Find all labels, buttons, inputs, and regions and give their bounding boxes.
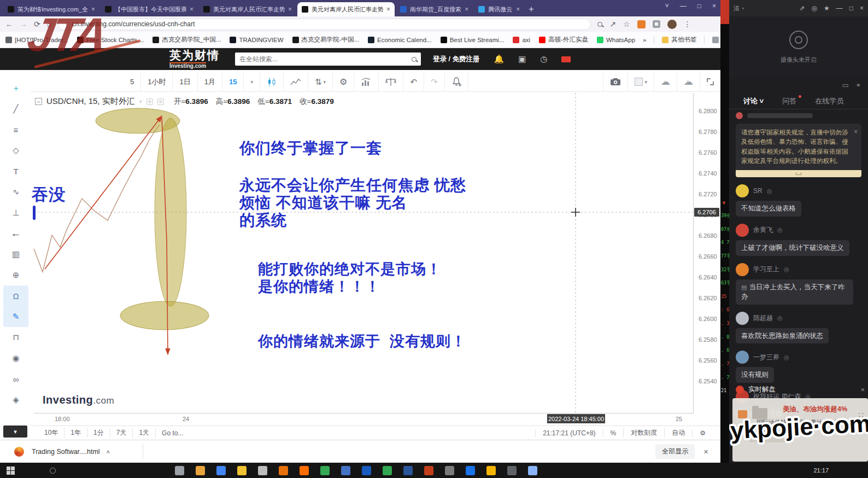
undo-button[interactable]: ↶ (403, 73, 424, 91)
taskbar-app-icon[interactable] (258, 466, 267, 475)
panel-tab-讨论[interactable]: 讨论 ˅ (743, 96, 764, 106)
browser-tab[interactable]: 美元对离岸人民币汇率走势× (297, 2, 395, 16)
save-layout-button[interactable]: ☁↑ (677, 73, 700, 91)
bottom-settings-gear-icon[interactable]: ⚙ (692, 429, 713, 437)
shapes-tool-icon[interactable]: ◇ (3, 140, 28, 161)
taskbar-app-icon[interactable] (424, 466, 433, 475)
share-icon[interactable]: ⇗ (799, 4, 805, 12)
new-tab-button[interactable]: + (529, 4, 533, 14)
forecast-tool-icon[interactable]: ⊥ (3, 202, 28, 223)
range-button[interactable]: 1分 (87, 428, 110, 438)
window-dropdown-icon[interactable]: ˅ (665, 2, 669, 10)
login-register-link[interactable]: 登录 / 免费注册 (433, 55, 479, 64)
xabcd-pattern-tool-icon[interactable]: ∿ (3, 182, 28, 202)
lock-tool-icon[interactable]: ⊓ (3, 327, 28, 348)
taskbar-app-icon[interactable] (445, 466, 454, 475)
taskbar-app-icon[interactable] (403, 466, 413, 475)
percent-scale-button[interactable]: % (603, 429, 624, 437)
taskbar-app-icon[interactable] (300, 466, 309, 475)
timeframe-button[interactable]: 1日 (173, 73, 197, 91)
bookmark-item[interactable]: Best Live Streami... (441, 37, 505, 43)
toolbar-collapse-button[interactable]: ▾ (3, 425, 27, 438)
site-search-box[interactable] (235, 53, 421, 66)
downloaded-file-name[interactable]: Trading Softwar....html (32, 448, 100, 456)
draw-tool-icon[interactable]: ✎ (3, 306, 28, 327)
line-chart-type-button[interactable] (284, 73, 308, 91)
redo-button[interactable]: ↷ (424, 73, 445, 91)
taskbar-app-icon[interactable] (383, 466, 392, 475)
layers-tool-icon[interactable]: ◈ (3, 389, 28, 410)
notice-close-icon[interactable]: × (854, 127, 858, 137)
bookmark-item[interactable]: Economic Calend... (368, 37, 432, 43)
site-search-input[interactable] (239, 55, 412, 63)
notifications-bell-icon[interactable]: 🔔 (494, 54, 504, 64)
notice-collapse-strip[interactable] (736, 170, 861, 177)
maximize-button[interactable]: □ (697, 2, 701, 10)
taskbar-app-icon[interactable] (216, 466, 226, 475)
browser-tab[interactable]: 美元对离岸人民币汇率走势× (199, 2, 296, 16)
taskbar-app-icon[interactable] (175, 466, 184, 475)
site-info-icon[interactable]: ˅ (65, 21, 68, 27)
range-button[interactable]: 1天 (133, 428, 156, 438)
chevron-down-icon[interactable]: ˅ (742, 6, 744, 11)
alert-button[interactable] (445, 73, 468, 91)
taskbar-app-icon[interactable] (237, 466, 247, 475)
browser-tab[interactable]: 南华期货_百度搜索× (396, 2, 473, 16)
taskbar-clock[interactable]: 21:17 (813, 467, 829, 474)
chart-settings-button[interactable]: ⚙ (333, 73, 354, 91)
download-bar-close-icon[interactable]: × (703, 447, 708, 456)
reload-icon[interactable]: ⟳ (34, 20, 40, 28)
search-icon[interactable] (412, 57, 417, 62)
browser-tab[interactable]: 英为财情Investing.com_全× (3, 2, 99, 16)
back-icon[interactable]: ← (5, 20, 13, 28)
interval-dropdown[interactable]: ▾ (244, 73, 260, 91)
timeframe-button[interactable]: 1小时 (141, 73, 173, 91)
popup-close-icon[interactable]: × (860, 386, 865, 394)
pin-icon[interactable]: ★ (824, 4, 830, 12)
fib-retracement-tool-icon[interactable]: ≡ (3, 119, 28, 140)
forward-icon[interactable]: → (20, 20, 27, 28)
timeframe-button[interactable]: 1月 (198, 73, 222, 91)
chart-clock[interactable]: 21:17:21 (UTC+8) (535, 429, 602, 437)
tab-close-icon[interactable]: × (190, 5, 193, 13)
browser-tab[interactable]: 【中国股市】今天中国股票× (101, 2, 198, 16)
compare-button[interactable]: ⇅▾ (308, 73, 333, 91)
timeframe-button[interactable]: 5 (124, 73, 141, 91)
taskbar-search-icon[interactable] (50, 468, 56, 474)
target-icon[interactable]: ◎ (811, 4, 817, 12)
load-layout-button[interactable]: ☁↓ (654, 73, 677, 91)
indicators-button[interactable] (354, 73, 379, 91)
fullscreen-button[interactable] (700, 73, 720, 91)
candlestick-type-button[interactable] (260, 73, 284, 91)
show-all-downloads-button[interactable]: 全部显示 (655, 444, 695, 459)
trendline-tool-icon[interactable]: ╱ (3, 98, 28, 119)
bookmark-star-icon[interactable]: ☆ (623, 20, 630, 28)
panel-tab-在线学员[interactable]: 在线学员 (815, 96, 843, 106)
log-scale-button[interactable]: 对数刻度 (623, 428, 664, 438)
magnet-tool-icon[interactable]: Ω (3, 285, 28, 306)
goto-button[interactable]: Go to... (156, 429, 189, 437)
minimize-button[interactable]: — (680, 2, 687, 10)
panel-menu-label[interactable]: 清 (734, 4, 740, 13)
tab-close-icon[interactable]: × (516, 5, 520, 13)
recent-clock-icon[interactable]: ◷ (540, 54, 547, 64)
browser-menu-icon[interactable]: ⋮ (684, 20, 691, 28)
other-bookmarks-folder[interactable]: 其他书签 (662, 36, 696, 44)
bookmark-item[interactable]: 杰克交易学院-中国... (292, 36, 359, 44)
bookmark-item[interactable]: [HOT!]Pro-Trader... (5, 37, 68, 43)
range-button[interactable]: 7天 (110, 428, 133, 438)
interval-button[interactable]: 15 (222, 73, 244, 91)
start-button-icon[interactable] (7, 467, 15, 475)
cursor-arrow-tool-icon[interactable]: ← (3, 223, 28, 244)
portfolio-briefcase-icon[interactable]: ▣ (518, 54, 526, 64)
download-chevron-icon[interactable]: ˄ (107, 448, 110, 455)
range-button[interactable]: 10年 (38, 428, 64, 438)
browser-tab[interactable]: 腾讯微云× (474, 2, 524, 16)
minimize-button[interactable]: — (836, 4, 843, 12)
crosshair-tool-icon[interactable]: ＋ (3, 78, 28, 98)
bars-pattern-tool-icon[interactable]: ▥ (3, 244, 28, 265)
taskbar-app-icon[interactable] (528, 466, 537, 475)
taskbar-app-icon[interactable] (279, 466, 288, 475)
text-tool-icon[interactable]: T (3, 161, 28, 182)
templates-button[interactable]: ▾ (628, 73, 654, 91)
